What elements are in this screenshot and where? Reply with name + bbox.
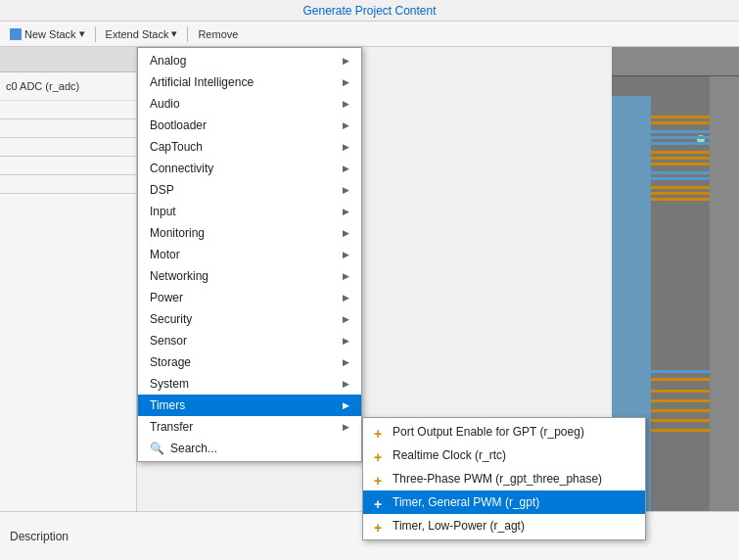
blue-row-1 — [651, 130, 710, 133]
blue-row-5 — [651, 177, 710, 180]
menu-item-arrow — [343, 400, 349, 410]
menu-item-label: Motor — [150, 248, 180, 261]
orange-row-12 — [651, 409, 710, 412]
primary-menu-item-bootloader[interactable]: Bootloader — [138, 115, 361, 136]
menu-item-label: CapTouch — [150, 140, 203, 154]
primary-menu-item-sensor[interactable]: Sensor — [138, 330, 361, 351]
menu-item-arrow — [343, 357, 349, 367]
h-line-1 — [0, 118, 136, 119]
search-icon: 🔍 — [150, 442, 164, 455]
submenu-item-label: Realtime Clock (r_rtc) — [393, 448, 506, 462]
h-line-2 — [0, 137, 136, 138]
menu-item-label: Security — [150, 312, 192, 326]
submenu-item-label: Timer, Low-Power (r_agt) — [393, 519, 525, 533]
menu-item-arrow — [343, 422, 349, 432]
primary-menu-item-power[interactable]: Power — [138, 287, 361, 308]
h-line-3 — [0, 156, 136, 157]
component-plus-icon — [373, 472, 387, 486]
primary-menu-item-audio[interactable]: Audio — [138, 93, 361, 115]
menu-item-arrow — [343, 99, 349, 109]
menu-item-arrow — [343, 120, 349, 130]
extend-stack-button[interactable]: Extend Stack ▾ — [100, 25, 184, 42]
primary-menu-item-dsp[interactable]: DSP — [138, 179, 361, 201]
orange-row-8 — [651, 198, 710, 201]
primary-menu-item-monitoring[interactable]: Monitoring — [138, 222, 361, 244]
primary-menu-item-analog[interactable]: Analog — [138, 50, 361, 71]
submenu-item-realtime-clock--r_rtc-[interactable]: Realtime Clock (r_rtc) — [363, 443, 645, 467]
menu-item-label: Bootloader — [150, 118, 207, 132]
dropdown-container: AnalogArtificial IntelligenceAudioBootlo… — [137, 47, 362, 462]
submenu-item-timer--general-pwm--r_gpt-[interactable]: Timer, General PWM (r_gpt) — [363, 490, 645, 514]
primary-menu-item-artificial-intelligence[interactable]: Artificial Intelligence — [138, 71, 361, 93]
h-line-5 — [0, 193, 136, 194]
left-panel-header — [0, 47, 136, 72]
menu-item-label: DSP — [150, 183, 174, 197]
blue-row-4 — [651, 171, 710, 174]
menu-item-arrow — [343, 379, 349, 389]
menu-item-arrow — [343, 336, 349, 346]
plus-symbol — [374, 426, 386, 438]
component-plus-icon — [373, 495, 387, 509]
menu-item-arrow — [343, 250, 349, 259]
menu-item-label: Power — [150, 291, 183, 304]
menu-item-arrow — [343, 207, 349, 216]
new-stack-button[interactable]: New Stack ▾ — [4, 25, 91, 42]
primary-menu-item-networking[interactable]: Networking — [138, 265, 361, 287]
search-label: Search... — [170, 442, 217, 455]
primary-menu-item-system[interactable]: System — [138, 373, 361, 395]
orange-row-6 — [651, 186, 710, 189]
menu-item-arrow — [343, 163, 349, 173]
component-plus-icon — [373, 519, 387, 533]
menu-item-label: Artificial Intelligence — [150, 75, 254, 89]
generate-project-link[interactable]: Generate Project Content — [302, 4, 436, 18]
new-stack-label: New Stack — [24, 28, 76, 40]
adc-label: c0 ADC (r_adc) — [0, 72, 136, 101]
primary-menu-item-input[interactable]: Input — [138, 201, 361, 222]
menu-item-arrow — [343, 77, 349, 87]
orange-row-7 — [651, 192, 710, 195]
separator-1 — [95, 26, 96, 42]
orange-row-9 — [651, 378, 710, 381]
menu-item-label: Connectivity — [150, 162, 213, 175]
menu-item-label: Input — [150, 205, 176, 218]
orange-row-3 — [651, 151, 710, 154]
separator-2 — [187, 26, 188, 42]
primary-menu-item-motor[interactable]: Motor — [138, 244, 361, 265]
timers-submenu: Port Output Enable for GPT (r_poeg)Realt… — [362, 417, 646, 540]
plus-symbol — [374, 496, 386, 508]
submenu-item-timer--low-power--r_agt-[interactable]: Timer, Low-Power (r_agt) — [363, 514, 645, 537]
primary-menu-item-captouch[interactable]: CapTouch — [138, 136, 361, 158]
plus-symbol — [374, 449, 386, 461]
top-bar: Generate Project Content — [0, 0, 739, 22]
submenu-item-label: Port Output Enable for GPT (r_poeg) — [393, 425, 584, 439]
primary-menu-item-connectivity[interactable]: Connectivity — [138, 158, 361, 179]
primary-menu-item-timers[interactable]: Timers — [138, 395, 361, 416]
stack-icon — [10, 28, 22, 40]
new-stack-arrow: ▾ — [79, 27, 85, 40]
menu-item-arrow — [343, 271, 349, 281]
extend-stack-label: Extend Stack — [106, 28, 169, 40]
orange-row-13 — [651, 419, 710, 422]
submenu-item-label: Three-Phase PWM (r_gpt_three_phase) — [393, 472, 602, 486]
primary-menu-item-storage[interactable]: Storage — [138, 351, 361, 373]
menu-item-label: Analog — [150, 54, 186, 68]
horizontal-lines — [0, 101, 136, 560]
submenu-item-three-phase-pwm--r_gpt_three_p[interactable]: Three-Phase PWM (r_gpt_three_phase) — [363, 467, 645, 490]
submenu-item-port-output-enable-for-gpt--r_[interactable]: Port Output Enable for GPT (r_poeg) — [363, 420, 645, 443]
orange-row-1 — [651, 116, 710, 118]
menu-item-label: Audio — [150, 97, 180, 111]
extend-arrow: ▾ — [171, 27, 177, 40]
primary-menu-item-transfer[interactable]: Transfer — [138, 416, 361, 438]
search-menu-item[interactable]: 🔍Search... — [138, 438, 361, 459]
remove-button[interactable]: Remove — [192, 26, 244, 42]
viz-top — [612, 47, 739, 76]
orange-row-4 — [651, 157, 710, 160]
description-label: Description — [10, 530, 69, 543]
orange-row-2 — [651, 121, 710, 124]
menu-item-label: Networking — [150, 269, 208, 283]
menu-item-arrow — [343, 228, 349, 238]
component-plus-icon — [373, 448, 387, 462]
menu-item-arrow — [343, 314, 349, 324]
primary-menu-item-security[interactable]: Security — [138, 308, 361, 330]
menu-item-label: System — [150, 377, 189, 391]
